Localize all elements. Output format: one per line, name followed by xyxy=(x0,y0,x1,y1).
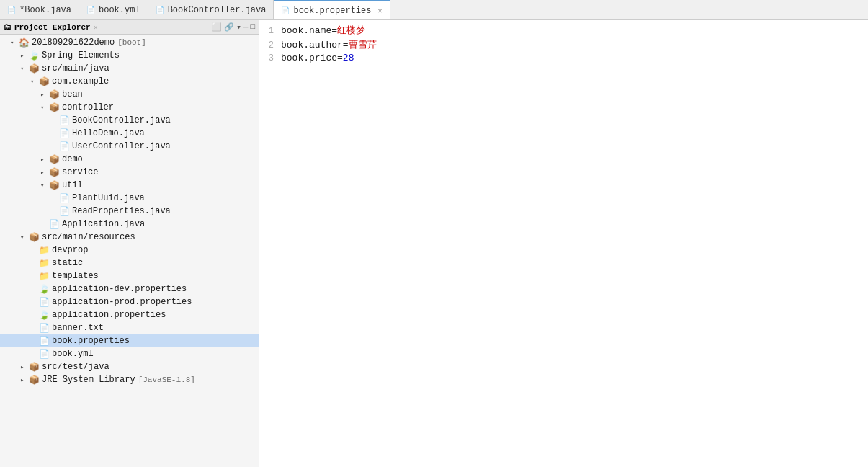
tab-label: book.yml xyxy=(99,5,140,15)
package-icon: 📦 xyxy=(49,89,60,100)
src-folder-icon: 📦 xyxy=(29,362,40,373)
expand-arrow: ▾ xyxy=(30,78,39,86)
editor-line-1: 1 book.name=红楼梦 xyxy=(259,24,868,38)
tab-bar: 📄 *Book.java 📄 book.yml 📄 BookController… xyxy=(0,0,868,20)
tree-service[interactable]: ▸ 📦 service xyxy=(0,166,259,179)
tree-root[interactable]: ▾ 🏠 201809291622demo [boot] xyxy=(0,36,259,49)
tree-devprop[interactable]: ▸ 📁 devprop xyxy=(0,244,259,257)
folder-icon: 📁 xyxy=(39,271,50,282)
tree-src-main-resources[interactable]: ▾ 📦 src/main/resources xyxy=(0,231,259,244)
tab-book-properties[interactable]: 📄 book.properties ✕ xyxy=(274,0,390,19)
tree-bookcontroller-java[interactable]: ▸ 📄 BookController.java xyxy=(0,114,259,127)
expand-arrow: ▾ xyxy=(40,104,49,112)
tree-templates[interactable]: ▸ 📁 templates xyxy=(0,270,259,283)
prop-key: book.name= xyxy=(281,25,337,36)
expand-arrow: ▸ xyxy=(20,363,29,371)
java-file-icon: 📄 xyxy=(59,193,70,204)
editor-line-2: 2 book.author=曹雪芹 xyxy=(259,38,868,53)
folder-icon: 📁 xyxy=(39,258,50,269)
tree-application-java[interactable]: ▸ 📄 Application.java xyxy=(0,218,259,231)
main-area: 🗂 Project Explorer ✕ ⬜ 🔗 ▾ — □ ▾ 🏠 20180… xyxy=(0,20,868,467)
expand-arrow: ▾ xyxy=(10,39,19,47)
tree-static[interactable]: ▸ 📁 static xyxy=(0,257,259,270)
tree-application-prod-properties[interactable]: ▸ 📄 application-prod.properties xyxy=(0,295,259,308)
prop-value: 红楼梦 xyxy=(337,25,365,36)
spring-icon: 🍃 xyxy=(29,50,40,61)
collapse-all-icon[interactable]: ⬜ xyxy=(212,22,222,32)
sidebar-close-icon[interactable]: ✕ xyxy=(94,23,98,32)
package-icon: 📦 xyxy=(49,167,60,178)
minimize-icon[interactable]: — xyxy=(243,22,249,32)
expand-arrow: ▸ xyxy=(20,376,29,384)
line-number: 1 xyxy=(263,26,281,36)
tree-banner-txt[interactable]: ▸ 📄 banner.txt xyxy=(0,321,259,334)
tree-application-properties[interactable]: ▸ 🍃 application.properties xyxy=(0,308,259,321)
expand-arrow: ▾ xyxy=(40,182,49,190)
tree-bean[interactable]: ▸ 📦 bean xyxy=(0,88,259,101)
expand-arrow: ▾ xyxy=(20,65,29,73)
tree-src-test-java[interactable]: ▸ 📦 src/test/java xyxy=(0,360,259,373)
tab-bookcontroller-java[interactable]: 📄 BookController.java xyxy=(148,0,274,19)
txt-file-icon: 📄 xyxy=(39,323,50,334)
package-icon: 📦 xyxy=(39,76,50,87)
prop-value: 28 xyxy=(343,53,354,63)
tree-controller[interactable]: ▾ 📦 controller xyxy=(0,101,259,114)
properties-file-icon: 📄 xyxy=(281,6,290,15)
link-editor-icon[interactable]: 🔗 xyxy=(224,22,234,32)
expand-arrow: ▸ xyxy=(20,52,29,60)
prop-key: book.author= xyxy=(281,40,349,50)
tab-label: *Book.java xyxy=(19,5,71,15)
tab-close-button[interactable]: ✕ xyxy=(377,6,382,15)
sidebar-title: 🗂 Project Explorer ✕ xyxy=(4,22,98,32)
folder-icon: 📁 xyxy=(39,245,50,256)
tree-plantuuid-java[interactable]: ▸ 📄 PlantUuid.java xyxy=(0,192,259,205)
yml-file-icon: 📄 xyxy=(86,6,95,14)
java-file-icon: 📄 xyxy=(59,115,70,126)
java-file-icon: 📄 xyxy=(59,206,70,217)
properties-icon: 📄 xyxy=(39,297,50,308)
tree-book-yml[interactable]: ▸ 📄 book.yml xyxy=(0,347,259,360)
src-folder-icon: 📦 xyxy=(29,63,40,74)
package-icon: 📦 xyxy=(49,154,60,165)
tree-application-dev-properties[interactable]: ▸ 🍃 application-dev.properties xyxy=(0,283,259,295)
tree-com-example[interactable]: ▾ 📦 com.example xyxy=(0,75,259,88)
line-content: book.author=曹雪芹 xyxy=(281,38,377,51)
prop-key: book.price= xyxy=(281,53,343,63)
properties-leaf-icon: 🍃 xyxy=(39,310,50,321)
maximize-icon[interactable]: □ xyxy=(250,22,255,32)
tab-label: book.properties xyxy=(293,6,371,16)
tree-readproperties-java[interactable]: ▸ 📄 ReadProperties.java xyxy=(0,205,259,218)
tab-book-yml[interactable]: 📄 book.yml xyxy=(79,0,148,19)
editor-area[interactable]: 1 book.name=红楼梦 2 book.author=曹雪芹 3 book… xyxy=(259,20,868,467)
sidebar-toolbar: ⬜ 🔗 ▾ — □ xyxy=(212,22,255,32)
project-icon: 🏠 xyxy=(19,37,30,48)
tree-src-main-java[interactable]: ▾ 📦 src/main/java xyxy=(0,62,259,75)
resources-folder-icon: 📦 xyxy=(29,232,40,243)
expand-arrow: ▸ xyxy=(40,169,49,177)
tree-book-properties[interactable]: ▸ 📄 book.properties xyxy=(0,334,259,347)
line-number: 3 xyxy=(263,53,281,63)
expand-arrow: ▾ xyxy=(20,234,29,241)
line-content: book.price=28 xyxy=(281,53,354,63)
chevron-down-icon[interactable]: ▾ xyxy=(236,22,241,32)
java-file-icon: 📄 xyxy=(59,141,70,152)
tree-spring-elements[interactable]: ▸ 🍃 Spring Elements xyxy=(0,49,259,62)
java-file-icon: 📄 xyxy=(156,6,164,14)
java-file-icon: 📄 xyxy=(59,128,70,139)
package-icon: 📦 xyxy=(49,102,60,113)
properties-leaf-icon: 🍃 xyxy=(39,284,50,295)
tree-hellodemo-java[interactable]: ▸ 📄 HelloDemo.java xyxy=(0,127,259,140)
tree-jre-system-library[interactable]: ▸ 📦 JRE System Library [JavaSE-1.8] xyxy=(0,373,259,386)
jre-icon: 📦 xyxy=(29,375,40,386)
tab-book-java[interactable]: 📄 *Book.java xyxy=(0,0,79,19)
package-icon: 📦 xyxy=(49,180,60,191)
editor-line-3: 3 book.price=28 xyxy=(259,53,868,67)
project-tree: ▾ 🏠 201809291622demo [boot] ▸ 🍃 Spring E… xyxy=(0,35,259,388)
project-explorer-icon: 🗂 xyxy=(4,22,12,32)
tree-usercontroller-java[interactable]: ▸ 📄 UserController.java xyxy=(0,140,259,153)
properties-file-icon: 📄 xyxy=(39,336,50,347)
tree-util[interactable]: ▾ 📦 util xyxy=(0,179,259,192)
expand-arrow: ▸ xyxy=(40,156,49,164)
tree-demo[interactable]: ▸ 📦 demo xyxy=(0,153,259,166)
project-explorer: 🗂 Project Explorer ✕ ⬜ 🔗 ▾ — □ ▾ 🏠 20180… xyxy=(0,20,259,467)
